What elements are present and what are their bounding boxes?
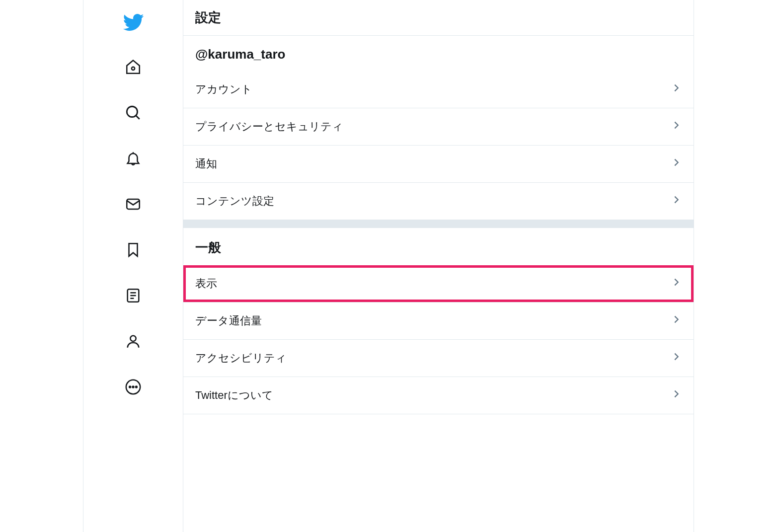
chevron-right-icon [671, 194, 682, 208]
svg-point-11 [129, 386, 131, 388]
settings-item-label: コンテンツ設定 [195, 194, 274, 209]
svg-point-9 [130, 336, 136, 341]
settings-item-label: プライバシーとセキュリティ [195, 119, 343, 134]
chevron-right-icon [671, 314, 682, 328]
section-divider [183, 220, 694, 228]
account-username-header: @karuma_taro [183, 36, 694, 71]
nav-lists[interactable] [121, 284, 146, 309]
bell-icon [125, 150, 142, 169]
bookmark-icon [125, 241, 142, 260]
chevron-right-icon [671, 120, 682, 134]
settings-item-label: データ通信量 [195, 313, 262, 328]
settings-item-display[interactable]: 表示 [183, 265, 694, 303]
svg-point-13 [136, 386, 137, 388]
person-icon [125, 333, 142, 352]
settings-item-content[interactable]: コンテンツ設定 [183, 183, 694, 220]
sidebar [83, 0, 183, 532]
nav-profile[interactable] [121, 330, 146, 355]
svg-point-1 [127, 106, 137, 117]
chevron-right-icon [671, 351, 682, 365]
chevron-right-icon [671, 157, 682, 171]
svg-point-12 [133, 386, 134, 388]
nav-bookmarks[interactable] [121, 238, 146, 263]
general-section-header: 一般 [183, 228, 694, 265]
nav-messages[interactable] [121, 193, 146, 218]
settings-item-label: 表示 [195, 276, 217, 291]
chevron-right-icon [671, 82, 682, 96]
page-title: 設定 [183, 0, 694, 36]
list-icon [125, 287, 142, 306]
envelope-icon [125, 196, 142, 215]
more-icon [125, 379, 142, 397]
home-icon [125, 59, 142, 77]
settings-item-about[interactable]: Twitterについて [183, 377, 694, 414]
search-icon [125, 104, 142, 123]
settings-item-privacy[interactable]: プライバシーとセキュリティ [183, 108, 694, 146]
settings-item-label: 通知 [195, 156, 217, 171]
settings-item-notifications[interactable]: 通知 [183, 146, 694, 183]
nav-notifications[interactable] [121, 147, 146, 172]
main-content: 設定 @karuma_taro アカウント プライバシーとセキュリティ 通知 コ… [183, 0, 694, 532]
settings-item-data-usage[interactable]: データ通信量 [183, 303, 694, 340]
settings-item-label: アクセシビリティ [195, 351, 287, 366]
chevron-right-icon [671, 388, 682, 402]
settings-item-label: Twitterについて [195, 388, 273, 403]
chevron-right-icon [671, 277, 682, 291]
twitter-logo[interactable] [121, 10, 146, 35]
nav-explore[interactable] [121, 101, 146, 126]
nav-more[interactable] [121, 376, 146, 400]
settings-item-accessibility[interactable]: アクセシビリティ [183, 340, 694, 377]
nav-home[interactable] [121, 56, 146, 80]
settings-item-label: アカウント [195, 82, 252, 97]
svg-point-0 [132, 67, 135, 70]
svg-line-2 [136, 116, 140, 119]
settings-item-account[interactable]: アカウント [183, 71, 694, 108]
